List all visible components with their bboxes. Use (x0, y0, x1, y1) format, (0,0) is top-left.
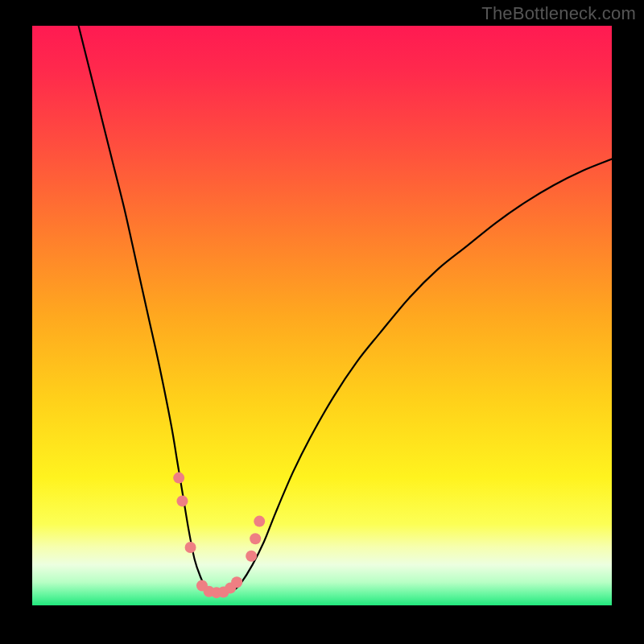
marker-dot (250, 533, 261, 544)
plot-area (32, 26, 612, 605)
bottleneck-curve (32, 26, 612, 605)
marker-dot (231, 576, 242, 588)
curve-path (79, 26, 612, 594)
watermark-text: TheBottleneck.com (481, 3, 636, 24)
chart-container: TheBottleneck.com (0, 0, 644, 644)
marker-dot (246, 551, 257, 562)
marker-dot (176, 495, 188, 506)
marker-dot (185, 542, 196, 553)
curve-markers (173, 473, 265, 599)
marker-dot (173, 473, 184, 484)
marker-dot (254, 516, 265, 527)
